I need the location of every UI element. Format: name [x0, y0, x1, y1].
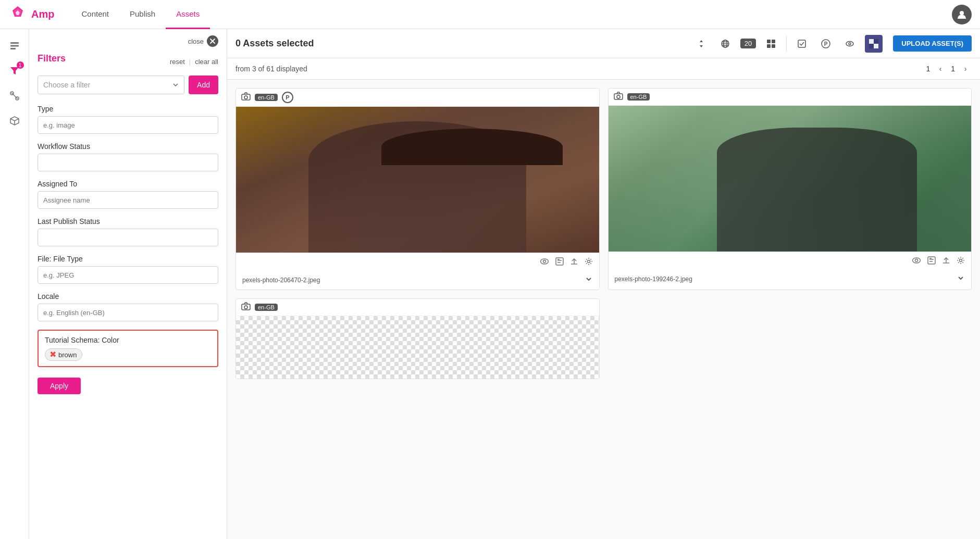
asset-card-2: en-GB	[608, 88, 972, 290]
workflow-label: Workflow Status	[38, 142, 218, 151]
type-input[interactable]	[38, 116, 218, 134]
locale-badge-3: en-GB	[255, 304, 278, 311]
assets-grid: en-GB P	[227, 80, 980, 539]
assigned-input[interactable]	[38, 191, 218, 209]
settings-icon-1[interactable]	[585, 257, 593, 268]
active-filter-group: Tutorial Schema: Color ✖ brown	[38, 330, 218, 367]
svg-rect-20	[772, 40, 775, 43]
upload-icon-2[interactable]	[942, 256, 950, 267]
filters-actions: reset | clear all	[170, 58, 218, 66]
asset-card-header-3: en-GB	[236, 299, 599, 316]
sidebar-item-pages[interactable]	[4, 35, 25, 56]
workflow-input[interactable]	[38, 154, 218, 171]
apply-button[interactable]: Apply	[38, 378, 81, 394]
toolbar: 0 Assets selected 20	[227, 29, 980, 58]
svg-text:P: P	[824, 41, 828, 47]
user-avatar[interactable]	[952, 5, 972, 24]
grid-view-button[interactable]	[762, 35, 780, 53]
nav-content[interactable]: Content	[71, 0, 119, 29]
globe-button[interactable]	[716, 35, 734, 53]
svg-rect-4	[10, 42, 19, 44]
publish-p-button[interactable]: P	[817, 35, 835, 53]
filter-group-locale: Locale	[38, 292, 218, 321]
svg-point-33	[244, 96, 247, 99]
remove-tag-button[interactable]: ✖	[49, 350, 56, 359]
filters-row: Filters reset | clear all	[38, 53, 218, 70]
toolbar-divider-1	[786, 36, 787, 51]
camera-icon-2	[614, 92, 623, 102]
file-type-input[interactable]	[38, 266, 218, 284]
page-prev-button[interactable]: ‹	[934, 62, 947, 75]
top-nav: Amp Content Publish Assets	[0, 0, 980, 29]
separator: |	[189, 58, 191, 66]
assets-selected-count: 0 Assets selected	[235, 38, 686, 49]
expand-button-1[interactable]	[585, 275, 593, 285]
sidebar-item-box[interactable]	[4, 110, 25, 131]
sidebar-item-tools[interactable]	[4, 85, 25, 106]
info-icon-1[interactable]	[555, 257, 564, 268]
filter-panel: close Filters reset | clear all Choose a…	[29, 29, 227, 539]
svg-line-12	[10, 119, 15, 121]
asset-actions-1	[236, 253, 599, 272]
checkbox-button[interactable]	[793, 35, 811, 53]
filter-dropdown[interactable]: Choose a filter	[38, 76, 184, 94]
svg-rect-36	[556, 258, 563, 265]
svg-rect-28	[869, 39, 874, 44]
add-filter-button[interactable]: Add	[189, 76, 218, 94]
icon-sidebar: 1	[0, 29, 29, 539]
logo[interactable]: Amp	[8, 5, 54, 24]
filter-choose-row: Choose a filter Add	[38, 76, 218, 94]
svg-point-53	[960, 259, 962, 262]
assigned-label: Assigned To	[38, 180, 218, 188]
display-info: from 3 of 61 displayed	[235, 65, 307, 73]
app-layout: 1 close	[0, 29, 980, 539]
page-next-button[interactable]: ›	[959, 62, 972, 75]
active-filter-label: Tutorial Schema: Color	[45, 336, 211, 344]
eye-view-button[interactable]	[841, 35, 859, 53]
svg-line-8	[11, 93, 18, 99]
settings-icon-2[interactable]	[957, 256, 965, 267]
reset-button[interactable]: reset	[170, 58, 185, 66]
svg-point-44	[617, 95, 620, 98]
tag-value: brown	[58, 351, 77, 359]
locale-label: Locale	[38, 292, 218, 300]
svg-point-34	[540, 259, 548, 264]
preview-icon-1[interactable]	[540, 258, 549, 267]
asset-name-1: pexels-photo-206470-2.jpeg	[242, 277, 320, 284]
close-panel-button[interactable]: close	[188, 35, 218, 47]
asset-actions-2	[609, 252, 972, 271]
nav-publish[interactable]: Publish	[119, 0, 166, 29]
upload-icon-1[interactable]	[570, 257, 578, 268]
upload-assets-button[interactable]: UPLOAD ASSET(S)	[893, 35, 972, 52]
locale-input[interactable]	[38, 304, 218, 321]
asset-card-header-1: en-GB P	[236, 89, 599, 107]
preview-icon-2[interactable]	[912, 257, 921, 266]
pattern-button[interactable]	[865, 35, 883, 53]
clear-all-button[interactable]: clear all	[195, 58, 218, 66]
nav-right	[952, 5, 972, 24]
type-label: Type	[38, 105, 218, 113]
sort-button[interactable]	[692, 35, 710, 53]
app-name: Amp	[31, 8, 54, 20]
publish-badge-1: P	[282, 92, 293, 103]
nav-links: Content Publish Assets	[71, 0, 210, 29]
filter-badge: 1	[17, 61, 24, 69]
page-total: 1	[951, 65, 955, 73]
nav-assets[interactable]: Assets	[166, 0, 210, 29]
expand-button-2[interactable]	[957, 274, 965, 284]
asset-image-wrap-3	[236, 316, 599, 379]
info-icon-2[interactable]	[927, 256, 936, 267]
asset-name-2: pexels-photo-199246-2.jpeg	[615, 275, 692, 283]
locale-badge-1: en-GB	[255, 94, 278, 101]
asset-card: en-GB P	[235, 88, 600, 290]
svg-line-13	[15, 119, 19, 121]
svg-marker-7	[10, 67, 19, 74]
filter-group-file-type: File: File Type	[38, 255, 218, 284]
publish-status-input[interactable]	[38, 229, 218, 246]
sidebar-item-filter[interactable]: 1	[4, 60, 25, 81]
svg-point-45	[913, 258, 921, 263]
asset-image-wrap-1	[236, 107, 599, 253]
svg-point-27	[849, 43, 851, 45]
close-icon	[207, 35, 218, 47]
svg-point-26	[846, 41, 853, 46]
